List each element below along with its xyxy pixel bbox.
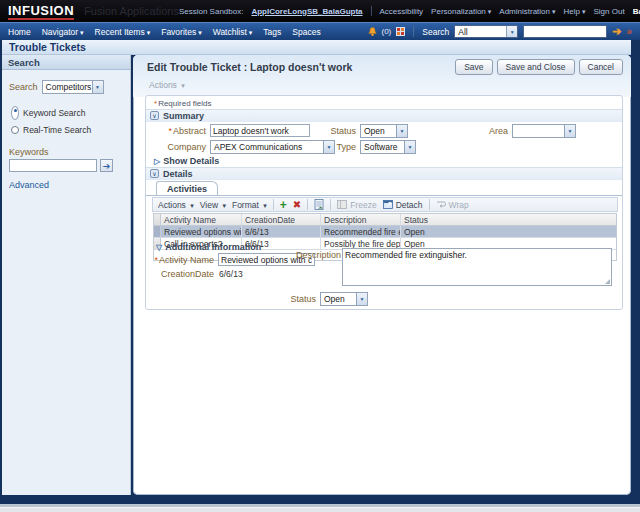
toolbar-actions-menu[interactable]: Actions ▾ xyxy=(158,200,194,210)
type-select[interactable]: Software ▼ xyxy=(360,140,416,154)
activities-toolbar: Actions ▾ View ▾ Format ▾ + ✖ Freeze Det… xyxy=(152,197,618,212)
table-row[interactable]: Reviewed options with customer 6/6/13 Re… xyxy=(154,226,616,238)
search-category-select[interactable]: Competitors ▼ xyxy=(42,80,104,94)
search-category-label: Search xyxy=(9,82,38,92)
column-header-description[interactable]: Description xyxy=(321,214,401,225)
detach-button[interactable]: Detach xyxy=(383,200,423,210)
chevron-down-icon[interactable]: ▼ xyxy=(404,141,415,153)
realtime-search-radio[interactable]: Real-Time Search xyxy=(11,125,130,135)
radio-selected-icon[interactable] xyxy=(11,106,19,120)
triangle-down-icon: ▽ xyxy=(156,243,162,252)
chevron-down-icon[interactable]: ▼ xyxy=(356,293,367,305)
wrap-button[interactable]: Wrap xyxy=(436,200,469,210)
resize-handle[interactable] xyxy=(605,279,610,284)
delete-row-icon[interactable]: ✖ xyxy=(293,200,301,210)
nav-tags[interactable]: Tags xyxy=(263,27,281,37)
sign-out-link[interactable]: Sign Out xyxy=(594,7,625,16)
show-details-link[interactable]: ▷Show Details xyxy=(154,156,219,166)
cancel-button[interactable]: Cancel xyxy=(579,59,623,75)
chevron-down-icon: ▾ xyxy=(198,29,202,36)
edit-trouble-ticket-panel: Edit Trouble Ticket : Laptop doesn't wor… xyxy=(133,55,631,495)
chevron-down-icon[interactable]: ▼ xyxy=(396,125,407,137)
chevron-down-icon: ▾ xyxy=(190,202,194,209)
toolbar-view-menu[interactable]: View ▾ xyxy=(200,200,226,210)
save-and-close-button[interactable]: Save and Close xyxy=(497,59,575,75)
creationdate-value: 6/6/13 xyxy=(219,269,243,279)
nav-favorites[interactable]: Favorites▾ xyxy=(161,27,201,37)
row-selector[interactable] xyxy=(154,226,161,237)
global-header-links: Session Sandbox: ApplCoreLongSB_BalaGupt… xyxy=(179,6,640,16)
nav-spaces[interactable]: Spaces xyxy=(292,27,320,37)
global-search-input[interactable] xyxy=(523,25,607,38)
accessibility-link[interactable]: Accessibility xyxy=(380,7,424,16)
divider xyxy=(330,199,331,210)
nav-watchlist[interactable]: Watchlist▾ xyxy=(213,27,253,37)
chevron-down-icon: ▾ xyxy=(488,8,492,15)
global-header: INFUSION Fusion Applications Session San… xyxy=(0,0,640,22)
company-label: Company xyxy=(148,142,206,152)
tab-activities[interactable]: Activities xyxy=(156,181,218,195)
additional-information-header[interactable]: ▽Additional Information xyxy=(156,242,261,252)
advanced-search-link[interactable]: Advanced xyxy=(9,180,49,190)
chevron-down-icon: ▾ xyxy=(80,29,84,36)
keywords-input[interactable] xyxy=(9,159,97,172)
toolbar-format-menu[interactable]: Format ▾ xyxy=(232,200,267,210)
keyword-search-radio[interactable]: Keyword Search xyxy=(11,106,130,120)
additional-status-select[interactable]: Open ▼ xyxy=(320,292,368,306)
column-header-activity-name[interactable]: Activity Name xyxy=(161,214,242,225)
advanced-search-icon[interactable]: » xyxy=(626,27,632,37)
status-select[interactable]: Open ▼ xyxy=(360,124,408,138)
collapse-icon[interactable]: ∨ xyxy=(150,169,159,178)
details-tab-bar: Activities xyxy=(146,181,622,196)
creationdate-label: CreationDate xyxy=(148,269,214,279)
administration-menu[interactable]: Administration▾ xyxy=(499,7,555,16)
radio-icon[interactable] xyxy=(11,126,19,134)
triangle-right-icon: ▷ xyxy=(154,157,160,166)
chevron-down-icon[interactable]: ▼ xyxy=(564,125,575,137)
divider xyxy=(429,199,430,210)
add-row-icon[interactable]: + xyxy=(280,199,287,211)
search-sidebar: Search Search Competitors ▼ Keyword Sear… xyxy=(2,55,131,495)
actions-menu[interactable]: Actions ▾ xyxy=(149,80,185,90)
session-sandbox-link[interactable]: ApplCoreLongSB_BalaGupta xyxy=(251,7,362,16)
search-go-icon[interactable]: ➔ xyxy=(612,26,621,37)
nav-navigator[interactable]: Navigator▾ xyxy=(42,27,84,37)
column-header-status[interactable]: Status xyxy=(401,214,616,225)
search-scope-select[interactable]: All ▼ xyxy=(454,25,518,38)
chevron-down-icon: ▾ xyxy=(582,8,586,15)
divider xyxy=(307,199,308,210)
save-button[interactable]: Save xyxy=(455,59,492,75)
collapse-icon[interactable]: ∨ xyxy=(150,111,159,120)
chevron-down-icon[interactable]: ▼ xyxy=(506,26,517,37)
favorites-grid-icon[interactable] xyxy=(396,27,405,36)
nav-home[interactable]: Home xyxy=(8,27,31,37)
area-label: Area xyxy=(476,126,508,136)
description-textarea[interactable]: Recommended fire extinguisher. xyxy=(342,248,612,286)
user-name: Bala Gupta xyxy=(633,7,640,16)
keywords-go-button[interactable]: ➔ xyxy=(100,159,113,172)
help-menu[interactable]: Help▾ xyxy=(564,7,586,16)
row-header-column xyxy=(154,214,161,225)
abstract-input[interactable] xyxy=(210,124,310,137)
summary-section-header[interactable]: ∨ Summary xyxy=(146,109,622,122)
divider xyxy=(371,6,372,16)
chevron-down-icon: ▾ xyxy=(263,202,267,209)
export-to-excel-icon[interactable] xyxy=(314,199,324,210)
column-header-creationdate[interactable]: CreationDate xyxy=(242,214,321,225)
details-section-header[interactable]: ∨ Details xyxy=(146,167,622,180)
required-asterisk: * xyxy=(154,99,157,108)
freeze-button[interactable]: Freeze xyxy=(337,200,376,210)
notifications-bell-icon[interactable] xyxy=(368,27,377,37)
page-title-bar: Trouble Tickets xyxy=(2,40,631,55)
window-bottom-edge xyxy=(0,507,640,512)
type-label: Type xyxy=(316,142,356,152)
chevron-down-icon[interactable]: ▼ xyxy=(92,81,103,93)
area-select[interactable]: ▼ xyxy=(512,124,576,138)
description-label: Description xyxy=(296,250,339,260)
infusion-logo: INFUSION xyxy=(8,3,74,20)
table-header-row: Activity Name CreationDate Description S… xyxy=(154,214,616,226)
personalization-menu[interactable]: Personalization▾ xyxy=(431,7,491,16)
nav-recent-items[interactable]: Recent Items▾ xyxy=(95,27,151,37)
session-sandbox-label: Session Sandbox: xyxy=(179,7,244,16)
chevron-down-icon: ▾ xyxy=(222,202,226,209)
